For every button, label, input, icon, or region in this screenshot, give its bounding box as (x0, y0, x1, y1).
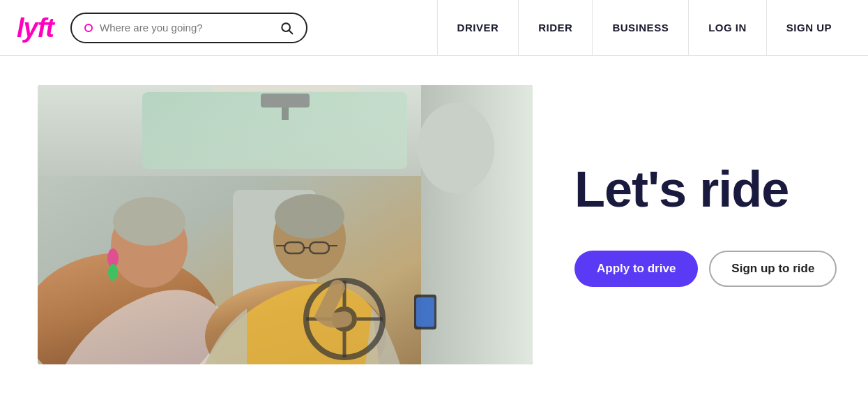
hero-section: Let's ride Apply to drive Sign up to rid… (0, 56, 868, 393)
hero-text-area: Let's ride Apply to drive Sign up to rid… (533, 162, 868, 287)
apply-to-drive-button[interactable]: Apply to drive (574, 251, 698, 287)
svg-point-8 (418, 103, 494, 193)
nav-signup[interactable]: SIGN UP (766, 0, 851, 56)
nav-login[interactable]: LOG IN (688, 0, 766, 56)
hero-heading: Let's ride (574, 162, 789, 217)
search-input[interactable] (100, 22, 280, 34)
cta-buttons: Apply to drive Sign up to ride (574, 251, 837, 287)
site-header: lyft DRIVER RIDER BUSINESS LOG IN SIGN U… (0, 0, 868, 56)
nav-rider[interactable]: RIDER (518, 0, 592, 56)
svg-point-17 (275, 194, 344, 239)
search-submit-button[interactable] (280, 21, 294, 35)
search-icon (280, 21, 294, 35)
hero-image (38, 85, 533, 364)
svg-point-14 (108, 264, 118, 281)
search-dot-icon (84, 24, 93, 32)
svg-line-1 (289, 30, 293, 34)
nav-driver[interactable]: DRIVER (437, 0, 519, 56)
search-bar[interactable] (70, 13, 307, 43)
svg-rect-5 (261, 94, 310, 107)
svg-rect-31 (212, 85, 358, 91)
nav-business[interactable]: BUSINESS (592, 0, 688, 56)
main-nav: DRIVER RIDER BUSINESS LOG IN SIGN UP (437, 0, 851, 55)
lyft-logo[interactable]: lyft (17, 15, 54, 41)
hero-photo (38, 85, 533, 364)
logo-text: lyft (17, 13, 54, 43)
sign-up-to-ride-button[interactable]: Sign up to ride (709, 251, 837, 287)
svg-rect-30 (416, 297, 434, 327)
svg-point-12 (113, 197, 185, 246)
svg-rect-6 (282, 107, 289, 120)
